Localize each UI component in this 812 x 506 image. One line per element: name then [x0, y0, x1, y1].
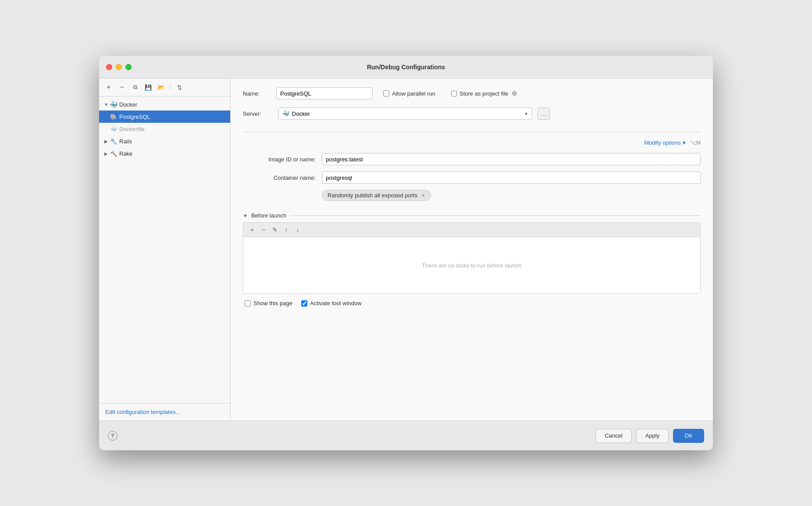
before-launch-edit-button[interactable]: ✎: [270, 224, 280, 235]
server-select[interactable]: 🐳 Docker ▼: [278, 107, 532, 120]
container-name-label: Container name:: [243, 175, 322, 181]
sidebar-item-dockerfile[interactable]: 🐳 Dockerfile: [99, 123, 230, 135]
container-name-input[interactable]: [322, 171, 701, 184]
server-select-content: 🐳 Docker: [282, 110, 524, 117]
docker-server-icon: 🐳: [282, 110, 289, 117]
content-area: + − ⧉ 💾 📂 ⇅ ▼ 🐳 Docker 🐘 PostgreSQL: [99, 78, 713, 420]
gear-button[interactable]: ⚙: [511, 90, 518, 97]
port-tag-label: Randomly publish all exposed ports: [328, 192, 417, 199]
sidebar-item-docker-group[interactable]: ▼ 🐳 Docker: [99, 98, 230, 110]
name-input[interactable]: [276, 87, 373, 100]
ok-button[interactable]: OK: [673, 429, 704, 443]
server-ellipsis-button[interactable]: …: [538, 107, 550, 120]
tags-area: Randomly publish all exposed ports ×: [322, 190, 701, 201]
allow-parallel-group: Allow parallel run: [383, 90, 435, 97]
window-title: Run/Debug Configurations: [367, 64, 445, 71]
sidebar-item-postgresql[interactable]: 🐘 PostgreSQL: [99, 110, 230, 123]
dockerfile-icon: 🐳: [110, 125, 118, 133]
chevron-down-server-icon: ▼: [524, 111, 528, 116]
image-id-input[interactable]: [322, 153, 701, 165]
before-launch-toolbar: + − ✎ ↑ ↓: [243, 222, 701, 237]
container-name-row: Container name:: [243, 171, 701, 184]
modify-options-label: Modify options: [644, 139, 681, 146]
dockerfile-label: Dockerfile: [119, 126, 145, 132]
section-line: [290, 215, 701, 216]
before-launch-down-button[interactable]: ↓: [292, 224, 303, 235]
server-select-wrapper: 🐳 Docker ▼ …: [278, 107, 550, 120]
rails-label: Rails: [119, 138, 132, 145]
name-field-label: Name:: [243, 90, 269, 97]
port-tag-close-button[interactable]: ×: [420, 192, 426, 199]
minimize-button[interactable]: [116, 64, 122, 70]
chevron-right-rails-icon: ▶: [103, 138, 110, 145]
before-launch-header: ▼ Before launch: [243, 212, 701, 219]
sidebar-item-rails-group[interactable]: ▶ 🔧 Rails: [99, 135, 230, 147]
modify-options-shortcut: ⌥M: [690, 140, 701, 146]
traffic-lights: [106, 64, 132, 70]
show-page-checkbox[interactable]: [245, 300, 251, 306]
before-launch-body: There are no tasks to run before launch: [243, 237, 701, 294]
add-config-button[interactable]: +: [103, 82, 114, 93]
horizontal-divider: [243, 132, 701, 132]
before-launch-up-button[interactable]: ↑: [281, 224, 292, 235]
chevron-right-rake-icon: ▶: [103, 150, 110, 157]
name-row: Name: Allow parallel run Store as projec…: [243, 87, 701, 100]
toolbar-separator: [170, 83, 171, 91]
save-config-button[interactable]: 💾: [143, 82, 153, 93]
edit-templates-link[interactable]: Edit configuration templates...: [105, 409, 180, 415]
docker-group-label: Docker: [119, 101, 137, 108]
right-panel: Name: Allow parallel run Store as projec…: [231, 78, 713, 420]
store-project-checkbox[interactable]: [451, 91, 457, 96]
sidebar: + − ⧉ 💾 📂 ⇅ ▼ 🐳 Docker 🐘 PostgreSQL: [99, 78, 231, 420]
postgresql-label: PostgreSQL: [119, 114, 150, 120]
activate-tool-item: Activate tool window: [301, 300, 362, 306]
window: Run/Debug Configurations + − ⧉ 💾 📂 ⇅ ▼ 🐳…: [99, 56, 713, 450]
store-project-label: Store as project file: [459, 90, 508, 97]
close-button[interactable]: [106, 64, 112, 70]
rake-icon: 🔨: [110, 150, 118, 157]
bottom-bar: ? Cancel Apply OK: [99, 420, 713, 450]
no-tasks-text: There are no tasks to run before launch: [422, 262, 522, 269]
copy-config-button[interactable]: ⧉: [130, 82, 140, 93]
rake-label: Rake: [119, 150, 132, 157]
modify-options-row: Modify options ▾ ⌥M: [243, 139, 701, 146]
image-id-row: Image ID or name:: [243, 153, 701, 165]
allow-parallel-checkbox[interactable]: [383, 90, 389, 96]
show-page-label: Show this page: [253, 300, 292, 306]
cancel-button[interactable]: Cancel: [595, 429, 631, 443]
store-project-group: Store as project file ⚙: [451, 90, 518, 97]
before-launch-title: Before launch: [251, 212, 286, 219]
activate-tool-label: Activate tool window: [310, 300, 362, 306]
apply-button[interactable]: Apply: [636, 429, 669, 443]
chevron-down-icon: ▼: [103, 101, 110, 108]
before-launch-collapse-button[interactable]: ▼: [243, 213, 248, 218]
sidebar-footer: Edit configuration templates...: [99, 403, 230, 420]
maximize-button[interactable]: [125, 64, 132, 70]
sort-config-button[interactable]: ⇅: [174, 82, 185, 93]
image-id-label: Image ID or name:: [243, 156, 322, 163]
modify-options-arrow-icon: ▾: [683, 139, 686, 146]
move-config-button[interactable]: 📂: [156, 82, 167, 93]
server-field-label: Server:: [243, 110, 278, 117]
docker-group-icon: 🐳: [110, 100, 118, 108]
modify-options-button[interactable]: Modify options ▾: [644, 139, 686, 146]
port-tag-chip: Randomly publish all exposed ports ×: [322, 190, 431, 201]
server-row: Server: 🐳 Docker ▼ …: [243, 107, 701, 120]
title-bar: Run/Debug Configurations: [99, 56, 713, 78]
action-buttons: Cancel Apply OK: [595, 429, 704, 443]
before-launch-add-button[interactable]: +: [247, 224, 257, 235]
sidebar-tree: ▼ 🐳 Docker 🐘 PostgreSQL 🐳 Dockerfile ▶: [99, 96, 230, 403]
allow-parallel-label: Allow parallel run: [392, 90, 435, 97]
remove-config-button[interactable]: −: [117, 82, 127, 93]
bottom-checkboxes: Show this page Activate tool window: [243, 300, 701, 306]
postgresql-icon: 🐘: [110, 113, 118, 121]
before-launch-remove-button[interactable]: −: [258, 224, 269, 235]
server-select-value: Docker: [292, 110, 310, 117]
help-button[interactable]: ?: [108, 431, 118, 441]
rails-icon: 🔧: [110, 137, 118, 145]
sidebar-toolbar: + − ⧉ 💾 📂 ⇅: [99, 78, 230, 96]
activate-tool-checkbox[interactable]: [301, 300, 307, 306]
show-page-item: Show this page: [245, 300, 292, 306]
sidebar-item-rake-group[interactable]: ▶ 🔨 Rake: [99, 147, 230, 160]
before-launch-section: ▼ Before launch + − ✎ ↑ ↓ There are no t…: [243, 212, 701, 294]
